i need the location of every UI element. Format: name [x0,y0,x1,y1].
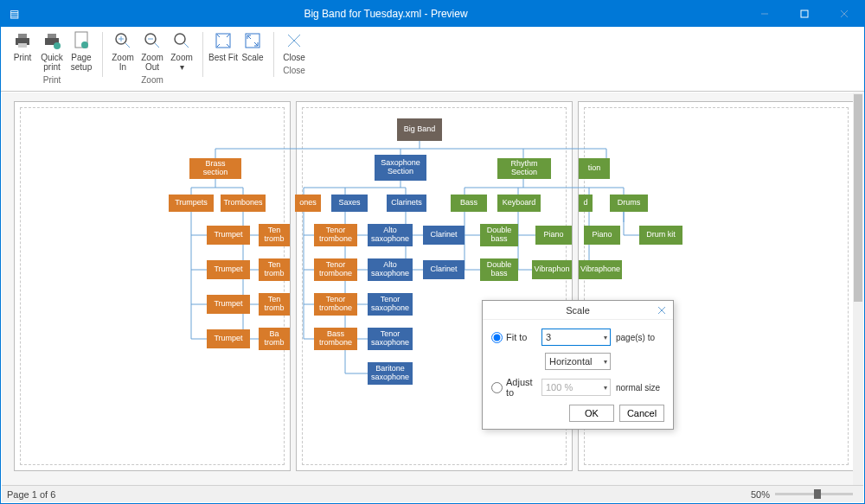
app-icon: ▤ [1,8,27,20]
zoom-slider[interactable] [775,493,853,495]
ribbon: Print Quick print Page setup Print Zoom … [1,27,864,92]
scale-dialog: Scale Fit to 3▾ page(s) to Horizontal▾ A… [482,300,674,430]
scale-button[interactable]: Scale [238,29,267,64]
orientation-combo[interactable]: Horizontal▾ [545,353,611,370]
ribbon-group-fit: Best Fit Scale [205,29,272,91]
svg-rect-5 [18,34,27,38]
group-label [237,64,240,79]
status-bar: Page 1 of 6 50% [2,485,863,502]
svg-line-13 [125,43,130,48]
group-label: Zoom [141,73,163,88]
best-fit-button[interactable]: Best Fit [208,29,238,64]
svg-rect-1 [801,10,808,17]
ok-button[interactable]: OK [569,405,614,422]
vertical-scrollbar[interactable] [853,93,863,485]
ribbon-group-zoom: Zoom In Zoom Out Zoom▾ Zoom [105,29,201,91]
quick-print-icon [42,30,62,51]
zoom-in-icon [112,30,133,51]
svg-rect-8 [48,34,56,38]
print-icon [12,30,33,51]
best-fit-icon [213,30,234,51]
window-close-button[interactable] [824,1,864,27]
close-icon [840,10,849,18]
zoom-button[interactable]: Zoom▾ [167,29,196,73]
quick-print-button[interactable]: Quick print [37,29,67,73]
maximize-button[interactable] [785,1,824,27]
scrollbar-thumb[interactable] [854,94,862,302]
ribbon-group-close: Close Close [276,29,313,91]
percent-combo: 100 %▾ [541,379,611,396]
group-label: Close [283,64,305,79]
close-icon [657,306,666,315]
fit-to-radio[interactable]: Fit to [491,332,541,343]
svg-point-11 [81,41,88,48]
preview-area [2,93,853,485]
zoom-out-icon [142,30,163,51]
svg-line-17 [155,43,159,48]
dialog-title: Scale [483,301,673,320]
minimize-button[interactable] [745,1,785,27]
close-x-icon [284,30,304,51]
group-label: Print [43,73,61,88]
preview-page[interactable] [14,101,291,471]
print-button[interactable]: Print [8,29,37,73]
title-bar: ▤ Big Band for Tuesday.xml - Preview [1,1,864,27]
svg-rect-6 [18,43,27,48]
chevron-down-icon: ▾ [604,358,607,366]
svg-point-9 [54,42,61,49]
svg-point-19 [175,34,185,44]
scale-icon [242,30,263,51]
ribbon-group-print: Print Quick print Page setup Print [4,29,100,91]
minimize-icon [760,10,769,18]
chevron-down-icon: ▾ [604,384,607,392]
slider-knob[interactable] [814,489,821,499]
page-setup-button[interactable]: Page setup [67,29,96,73]
page-indicator: Page 1 of 6 [7,489,55,500]
zoom-out-button[interactable]: Zoom Out [138,29,167,73]
dialog-close-button[interactable] [654,303,670,318]
chevron-down-icon: ▾ [604,334,607,341]
zoom-in-button[interactable]: Zoom In [108,29,138,73]
maximize-icon [800,10,809,18]
pages-combo[interactable]: 3▾ [541,329,611,346]
adjust-to-radio[interactable]: Adjust to [491,377,541,398]
window-title: Big Band for Tuesday.xml - Preview [27,8,745,20]
close-button[interactable]: Close [279,29,309,64]
cancel-button[interactable]: Cancel [619,405,664,422]
page-setup-icon [71,30,92,51]
svg-line-20 [184,43,189,48]
zoom-icon [171,30,192,51]
zoom-level: 50% [751,489,770,500]
